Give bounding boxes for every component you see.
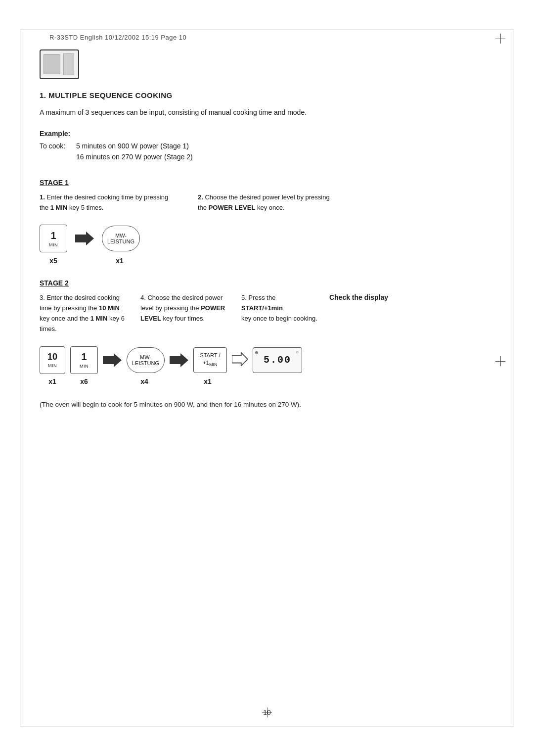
arrow2 bbox=[103, 353, 122, 367]
right-border bbox=[514, 30, 514, 726]
step3-bold2: 1 MIN bbox=[90, 315, 108, 322]
step4-num: 4. bbox=[140, 294, 146, 301]
main-content: 1. MULTIPLE SEQUENCE COOKING A maximum o… bbox=[40, 49, 494, 410]
intro-text: A maximum of 3 sequences can be input, c… bbox=[40, 107, 494, 118]
example-content: To cook: 5 minutes on 900 W power (Stage… bbox=[40, 141, 494, 163]
stage2-area: STAGE 2 3. Enter the desired cooking tim… bbox=[40, 279, 494, 385]
start-key-box: START / +1MIN bbox=[193, 347, 227, 373]
stage1-xlabels: x5 x1 bbox=[40, 256, 494, 265]
stage1-step2: 2. Choose the desired power level by pre… bbox=[198, 192, 336, 213]
left-border bbox=[20, 30, 20, 726]
step1-text2: key 5 times. bbox=[69, 204, 103, 211]
stage2-label: STAGE 2 bbox=[40, 279, 494, 287]
start-line1: START / bbox=[200, 352, 221, 359]
stage1-instructions: 1. Enter the desired cooking time by pre… bbox=[40, 192, 494, 213]
microwave-icon bbox=[40, 49, 79, 79]
top-border bbox=[20, 30, 514, 30]
page: R-33STD English 10/12/2002 15:19 Page 10… bbox=[0, 0, 534, 756]
s2-key1-number: 1 bbox=[81, 351, 87, 363]
key1-sub: MIN bbox=[49, 242, 58, 247]
step1-bold: 1 MIN bbox=[50, 204, 68, 211]
s2-x-label1: x1 bbox=[48, 378, 56, 385]
stage2-xlabels: x1 x6 x4 x1 bbox=[40, 377, 494, 386]
step4-text2: key four times. bbox=[163, 315, 205, 322]
display-icon-hash: ⊕ bbox=[255, 350, 258, 356]
key10-number: 10 bbox=[47, 352, 57, 362]
step5-text: Press the bbox=[248, 294, 275, 301]
s2-x-label4: x1 bbox=[204, 378, 212, 385]
display-box: ⊕ ○ 5.00 bbox=[253, 347, 302, 373]
stage2-diagram-row: 10 MIN 1 MIN MW- LEISTUNG bbox=[40, 346, 494, 374]
step2-bold: POWER LEVEL bbox=[209, 204, 256, 211]
step1-num: 1. bbox=[40, 193, 45, 201]
s2-key1-sub: MIN bbox=[80, 364, 89, 369]
s2-x-label3: x4 bbox=[140, 378, 148, 385]
key-1min-box: 1 MIN bbox=[40, 225, 67, 252]
check-display-label: Check the display bbox=[329, 293, 388, 334]
section-title: 1. MULTIPLE SEQUENCE COOKING bbox=[40, 91, 494, 99]
s2-x-label2: x6 bbox=[80, 378, 88, 385]
header-text: R-33STD English 10/12/2002 15:19 Page 10 bbox=[49, 34, 186, 41]
mw-leistung-key: MW- LEISTUNG bbox=[102, 226, 140, 251]
s2-mw-line2: LEISTUNG bbox=[132, 360, 159, 366]
bottom-border bbox=[20, 726, 514, 726]
display-icon-circle: ○ bbox=[296, 350, 299, 355]
footnote: (The oven will begin to cook for 5 minut… bbox=[40, 400, 494, 410]
stage1-diagram-row: 1 MIN MW- LEISTUNG bbox=[40, 225, 494, 252]
mw-line1: MW- bbox=[115, 233, 127, 238]
step3-text2: key once and the bbox=[40, 315, 89, 322]
stage2-step4: 4. Choose the desired power level by pre… bbox=[140, 293, 229, 334]
stage1-step1: 1. Enter the desired cooking time by pre… bbox=[40, 192, 178, 213]
arrow3 bbox=[170, 353, 188, 367]
svg-marker-1 bbox=[103, 353, 122, 367]
example-label: Example: bbox=[40, 130, 494, 138]
s2-mw-line1: MW- bbox=[140, 354, 151, 360]
arrow1 bbox=[75, 232, 94, 245]
stage2-instructions: 3. Enter the desired cooking time by pre… bbox=[40, 293, 494, 334]
start-line2: +1MIN bbox=[203, 359, 217, 368]
crosshair-top-right bbox=[495, 34, 505, 44]
microwave-screen bbox=[44, 54, 60, 74]
example-line1: 5 minutes on 900 W power (Stage 1) bbox=[76, 142, 189, 150]
cook-spacer bbox=[40, 151, 74, 162]
stage1-label: STAGE 1 bbox=[40, 179, 494, 187]
key-10min-box: 10 MIN bbox=[40, 346, 65, 374]
step3-num: 3. bbox=[40, 294, 45, 301]
stage2-step5: 5. Press the START/+1min key once to beg… bbox=[241, 293, 317, 334]
key-1min-box-s2: 1 MIN bbox=[70, 346, 98, 374]
step5-text2: key once to begin cooking. bbox=[241, 315, 317, 322]
stage2-step3: 3. Enter the desired cooking time by pre… bbox=[40, 293, 129, 334]
svg-marker-0 bbox=[75, 232, 94, 245]
step2-num: 2. bbox=[198, 193, 203, 201]
svg-marker-2 bbox=[170, 353, 188, 367]
arrow4 bbox=[232, 352, 248, 368]
x-label1: x5 bbox=[49, 257, 57, 265]
mw-line2: LEISTUNG bbox=[107, 238, 134, 244]
example-line2: 16 minutes on 270 W power (Stage 2) bbox=[76, 153, 193, 161]
crosshair-middle-right bbox=[495, 356, 505, 366]
page-number: 10 bbox=[263, 709, 271, 716]
key10-sub: MIN bbox=[48, 363, 57, 368]
step3-bold: 10 MIN bbox=[99, 304, 120, 312]
key1-number: 1 bbox=[50, 230, 56, 241]
step5-bold: START/+1min bbox=[241, 304, 283, 312]
mw-leistung-key-s2: MW- LEISTUNG bbox=[127, 347, 165, 373]
display-text: 5.00 bbox=[264, 354, 291, 366]
cook-label: To cook: bbox=[40, 141, 74, 151]
step5-num: 5. bbox=[241, 294, 247, 301]
x-label2: x1 bbox=[116, 257, 124, 265]
svg-marker-3 bbox=[232, 352, 248, 365]
step2-text2: key once. bbox=[257, 204, 285, 211]
